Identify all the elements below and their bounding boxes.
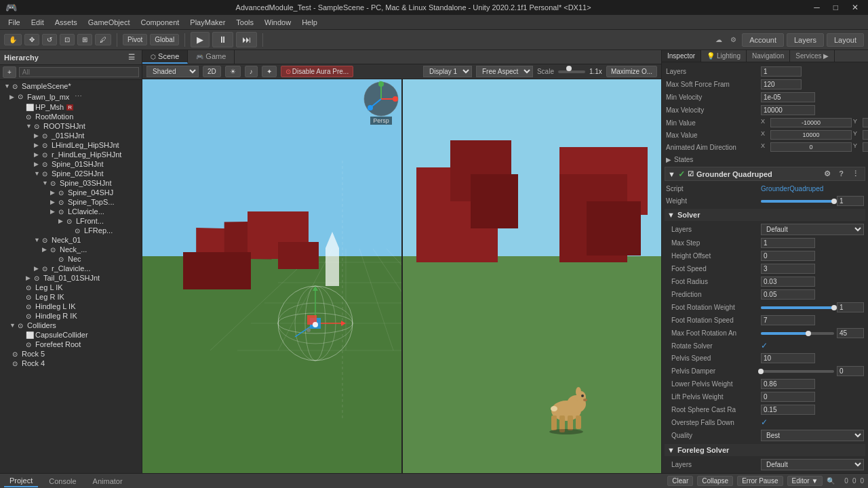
tree-item-leglik[interactable]: ⊙ Leg L IK (1, 283, 140, 292)
close-button[interactable]: ✕ (848, 1, 863, 14)
maximize-button[interactable]: Maximize O... (606, 66, 657, 77)
max-soft-force-input[interactable] (761, 79, 802, 89)
solver-prediction-input[interactable] (761, 289, 815, 300)
foreleg-layers-select[interactable]: Default (761, 459, 864, 470)
tree-item-spine01[interactable]: ▶ ⊙ Spine_01SHJnt (1, 159, 140, 169)
aim-y-input[interactable] (863, 142, 868, 152)
foot-rot-speed-input[interactable] (761, 315, 815, 325)
account-button[interactable]: Account (742, 33, 784, 47)
menu-file[interactable]: File (3, 17, 26, 28)
max-velocity-input[interactable] (761, 105, 815, 115)
tree-item-rock4[interactable]: ⊙ Rock 4 (1, 359, 140, 368)
aura-button[interactable]: ⊙ Disable Aura Pre... (281, 66, 353, 77)
min-x-input[interactable] (770, 118, 852, 127)
menu-window[interactable]: Window (259, 17, 296, 28)
min-velocity-input[interactable] (761, 92, 815, 102)
foot-rot-weight-input[interactable] (837, 302, 864, 312)
pelvis-damper-slider[interactable] (761, 370, 834, 373)
tree-item-legrik[interactable]: ⊙ Leg R IK (1, 292, 140, 302)
tree-item-lclavicle[interactable]: ▶ ⊙ LClavicle... (1, 207, 140, 216)
display-select[interactable]: Display 1 (423, 66, 472, 77)
animator-tab[interactable]: Animator (87, 476, 128, 487)
tree-item-spinetops[interactable]: ▶ ⊙ Spine_TopS... (1, 197, 140, 207)
tree-item-nec[interactable]: ⊙ Nec (1, 254, 140, 264)
tree-item-neck01[interactable]: ▼ ⊙ Neck_01 (1, 235, 140, 245)
pelvis-damper-input[interactable] (837, 366, 864, 376)
max-y-input[interactable] (863, 130, 868, 140)
states-row[interactable]: ▶ States (665, 153, 865, 165)
max-x-input[interactable] (770, 130, 852, 140)
lighting-tab[interactable]: 💡 Lighting (701, 50, 747, 62)
tree-item-forefeet[interactable]: ⊙ Forefeet Root (1, 340, 140, 349)
editor-button[interactable]: Editor ▼ (787, 476, 823, 486)
tree-item-rclavicle[interactable]: ▶ ⊙ r_Clavicle... (1, 264, 140, 273)
navigation-tab[interactable]: Navigation (747, 50, 790, 62)
collapse-button[interactable]: Collapse (697, 476, 733, 486)
global-button[interactable]: Global (150, 34, 179, 45)
tool-hand[interactable]: ✋ (4, 34, 22, 45)
tree-item-01shjnt[interactable]: ▶ ⊙ _01SHJnt (1, 131, 140, 140)
weight-slider[interactable] (761, 200, 834, 203)
tree-item-rock5[interactable]: ⊙ Rock 5 (1, 349, 140, 359)
rotate-solver-checkbox[interactable]: ✓ (761, 341, 768, 350)
lift-pelvis-input[interactable] (761, 392, 815, 402)
tool-multi[interactable]: 🖊 (95, 34, 111, 45)
weight-input[interactable] (837, 196, 864, 206)
grounder-enable-checkbox[interactable]: ☑ (688, 170, 694, 178)
tree-item-samplescene[interactable]: ▼ ⊙ SampleScene* (1, 81, 140, 91)
game-tab[interactable]: 🎮 Game (188, 50, 235, 64)
tree-item-rhindleg[interactable]: ▶ ⊙ r_HindLeg_HipSHJnt (1, 150, 140, 159)
2d-button[interactable]: 2D (203, 66, 221, 77)
tool-move[interactable]: ✥ (24, 34, 39, 45)
tree-item-rootshjnt[interactable]: ▼ ⊙ ROOTSHJnt (1, 121, 140, 131)
velocity-fade-input[interactable] (761, 66, 802, 77)
layout-button[interactable]: Layout (827, 33, 864, 47)
tree-item-hindlegrik[interactable]: ⊙ Hindleg R IK (1, 311, 140, 321)
hierarchy-search-input[interactable] (19, 67, 139, 77)
pause-button[interactable]: ⏸ (212, 32, 233, 47)
inspector-tab[interactable]: Inspector (662, 50, 701, 62)
maximize-button[interactable]: □ (829, 1, 842, 14)
shading-select[interactable]: Shaded Wireframe (146, 66, 199, 77)
aspect-select[interactable]: Free Aspect (476, 66, 533, 77)
menu-help[interactable]: Help (296, 17, 323, 28)
solver-maxstep-input[interactable] (761, 238, 815, 248)
hierarchy-add-button[interactable]: + (3, 66, 16, 78)
tree-item-fawn[interactable]: ▶ ⊙ Fawn_lp_mx ⋯ (1, 91, 140, 102)
scale-slider[interactable] (558, 70, 585, 73)
scene-tab[interactable]: ⬡ Scene (142, 50, 188, 64)
game-view[interactable] (403, 79, 662, 473)
play-button[interactable]: ▶ (191, 32, 210, 47)
overstep-checkbox[interactable]: ✓ (761, 418, 768, 427)
tool-rotate[interactable]: ↺ (42, 34, 57, 45)
tree-item-hpmsh[interactable]: ⬜ HP_Msh R (1, 102, 140, 112)
persp-label[interactable]: Persp (370, 117, 392, 125)
error-pause-button[interactable]: Error Pause (737, 476, 783, 486)
audio-button[interactable]: ♪ (245, 66, 258, 77)
scene-view[interactable]: Y X Z Persp (142, 79, 403, 473)
layers-button[interactable]: Layers (787, 33, 824, 47)
menu-component[interactable]: Component (135, 17, 184, 28)
foreleg-header-row[interactable]: ▼ Foreleg Solver (665, 444, 865, 456)
script-value[interactable]: GrounderQuadruped (761, 185, 823, 192)
menu-playmaker[interactable]: PlayMaker (184, 17, 231, 28)
solver-footradius-input[interactable] (761, 277, 815, 287)
tree-item-capsule[interactable]: ⬜ CapsuleCollider (1, 330, 140, 340)
tree-item-rootmotion[interactable]: ⊙ RootMotion (1, 112, 140, 121)
quality-select[interactable]: Best Medium Fast (761, 430, 864, 441)
solver-layers-select[interactable]: Default (761, 224, 864, 235)
tree-item-spine02[interactable]: ▼ ⊙ Spine_02SHJnt (1, 169, 140, 178)
grounder-help-icon[interactable]: ? (836, 169, 846, 179)
solver-heightoffset-input[interactable] (761, 251, 815, 261)
fawn-menu[interactable]: ⋯ (72, 92, 85, 102)
lower-pelvis-input[interactable] (761, 379, 815, 389)
max-foot-rot-input[interactable] (837, 328, 864, 338)
menu-tools[interactable]: Tools (231, 17, 259, 28)
menu-gameobject[interactable]: GameObject (83, 17, 136, 28)
step-button[interactable]: ⏭ (236, 32, 257, 47)
menu-assets[interactable]: Assets (50, 17, 83, 28)
light-button[interactable]: ☀ (225, 66, 241, 77)
hierarchy-menu-button[interactable]: ☰ (125, 52, 138, 62)
tree-item-neck[interactable]: ▶ ⊙ Neck_... (1, 245, 140, 254)
minimize-button[interactable]: ─ (810, 1, 824, 14)
